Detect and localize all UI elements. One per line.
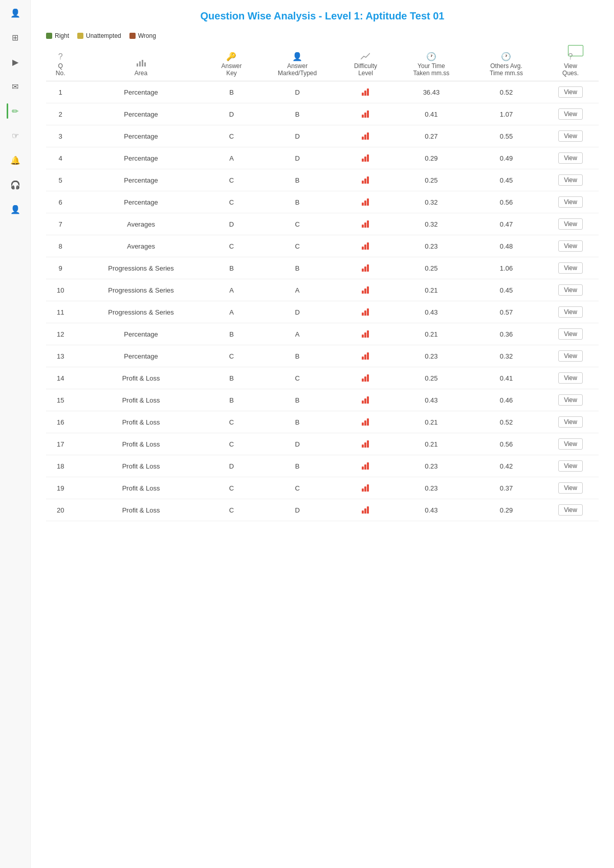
table-header-row: ? QNo. Area 🔑 AnswerKey 👤 [46,48,599,81]
cell-view[interactable]: View [542,257,599,279]
cell-view[interactable]: View [542,147,599,169]
cell-others-avg: 0.49 [470,147,542,169]
cell-q-no: 19 [46,477,75,499]
view-button[interactable]: View [558,416,583,428]
cell-others-avg: 0.57 [470,301,542,323]
cell-others-avg: 0.56 [470,433,542,455]
view-button[interactable]: View [558,394,583,406]
profile-icon[interactable]: 👤 [8,202,23,217]
view-button[interactable]: View [558,350,583,362]
col-area: Area [75,48,207,81]
top-view-button[interactable] [568,45,583,56]
user-icon[interactable]: 👤 [8,5,23,20]
cell-view[interactable]: View [542,81,599,103]
header: Question Wise Analysis - Level 1: Aptitu… [46,10,599,22]
cell-q-no: 8 [46,235,75,257]
cell-view[interactable]: View [542,389,599,411]
pen-icon[interactable]: ✏ [8,103,23,119]
cell-answer-marked: A [256,323,339,345]
difficulty-bar [362,395,369,404]
cell-view[interactable]: View [542,169,599,191]
difficulty-bar [362,483,369,492]
cell-difficulty [339,147,392,169]
cell-others-avg: 0.42 [470,455,542,477]
cell-difficulty [339,499,392,521]
cell-difficulty [339,301,392,323]
cell-your-time: 0.43 [392,301,470,323]
table-row: 18 Profit & Loss D B 0.23 0.42 View [46,455,599,477]
bell-icon[interactable]: 🔔 [8,152,23,168]
table-row: 4 Percentage A D 0.29 0.49 View [46,147,599,169]
cell-your-time: 0.21 [392,323,470,345]
cell-q-no: 3 [46,125,75,147]
cell-your-time: 0.32 [392,191,470,213]
cell-view[interactable]: View [542,433,599,455]
cell-difficulty [339,455,392,477]
cell-view[interactable]: View [542,367,599,389]
cell-view[interactable]: View [542,213,599,235]
svg-rect-3 [144,62,146,66]
cell-view[interactable]: View [542,411,599,433]
cell-answer-marked: D [256,147,339,169]
headphone-icon[interactable]: 🎧 [8,177,23,192]
cell-answer-key: A [207,301,256,323]
view-button[interactable]: View [558,152,583,164]
cell-answer-key: C [207,411,256,433]
view-button[interactable]: View [558,460,583,472]
view-button[interactable]: View [558,306,583,318]
table-row: 7 Averages D C 0.32 0.47 View [46,213,599,235]
difficulty-bar [362,153,369,162]
view-button[interactable]: View [558,86,583,98]
grid-icon[interactable]: ⊞ [8,30,23,45]
video-icon[interactable]: ▶ [8,54,23,70]
view-button[interactable]: View [558,372,583,384]
difficulty-bar [362,109,369,118]
cell-difficulty [339,125,392,147]
cell-answer-key: B [207,389,256,411]
cell-answer-marked: D [256,81,339,103]
mail-icon[interactable]: ✉ [8,79,23,94]
difficulty-bar [362,263,369,272]
cell-answer-key: D [207,103,256,125]
page-title: Question Wise Analysis - Level 1: Aptitu… [46,10,599,22]
view-button[interactable]: View [558,196,583,208]
cell-view[interactable]: View [542,125,599,147]
cell-view[interactable]: View [542,279,599,301]
cell-answer-marked: D [256,125,339,147]
cell-answer-key: B [207,367,256,389]
hand-icon[interactable]: ☞ [8,128,23,143]
table-row: 2 Percentage D B 0.41 1.07 View [46,103,599,125]
cell-view[interactable]: View [542,477,599,499]
cell-view[interactable]: View [542,103,599,125]
cell-your-time: 0.41 [392,103,470,125]
view-button[interactable]: View [558,218,583,230]
view-button[interactable]: View [558,438,583,450]
analysis-table: ? QNo. Area 🔑 AnswerKey 👤 [46,48,599,521]
table-row: 6 Percentage C B 0.32 0.56 View [46,191,599,213]
view-button[interactable]: View [558,240,583,252]
cell-view[interactable]: View [542,323,599,345]
view-button[interactable]: View [558,130,583,142]
cell-area: Profit & Loss [75,499,207,521]
cell-area: Percentage [75,323,207,345]
cell-view[interactable]: View [542,455,599,477]
col-answer-marked: 👤 AnswerMarked/Typed [256,48,339,81]
view-button[interactable]: View [558,328,583,340]
cell-answer-key: C [207,499,256,521]
cell-view[interactable]: View [542,235,599,257]
view-button[interactable]: View [558,482,583,494]
view-button[interactable]: View [558,108,583,120]
cell-view[interactable]: View [542,191,599,213]
view-button[interactable]: View [558,262,583,274]
view-button[interactable]: View [558,174,583,186]
cell-view[interactable]: View [542,345,599,367]
cell-view[interactable]: View [542,301,599,323]
cell-area: Percentage [75,345,207,367]
table-row: 15 Profit & Loss B B 0.43 0.46 View [46,389,599,411]
view-button[interactable]: View [558,284,583,296]
cell-q-no: 9 [46,257,75,279]
cell-your-time: 0.21 [392,433,470,455]
cell-others-avg: 0.41 [470,367,542,389]
cell-view[interactable]: View [542,499,599,521]
view-button[interactable]: View [558,504,583,516]
